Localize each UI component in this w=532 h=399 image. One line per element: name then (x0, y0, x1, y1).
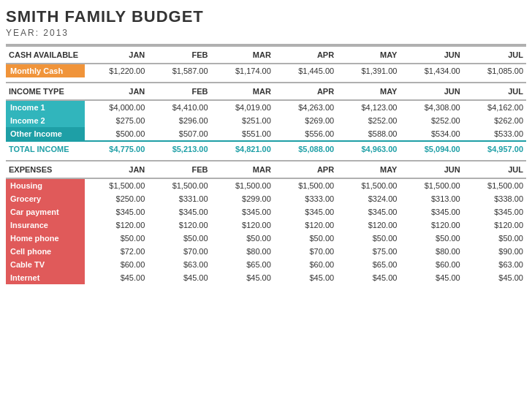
car-payment-row: Car payment $345.00 $345.00 $345.00 $345… (6, 205, 526, 218)
cash-available-table: CASH AVAILABLE JAN FEB MAR APR MAY JUN J… (6, 45, 526, 82)
income2-may: $252.00 (337, 114, 400, 127)
income-jul: JUL (463, 83, 526, 100)
cell-phone-jul: $90.00 (463, 245, 526, 258)
cable-tv-may: $65.00 (337, 258, 400, 271)
cell-phone-jan: $72.00 (85, 245, 148, 258)
insurance-jan: $120.00 (85, 218, 148, 232)
income1-jul: $4,162.00 (463, 100, 526, 114)
income2-apr: $269.00 (274, 114, 337, 127)
income-jun: JUN (400, 83, 463, 100)
grocery-label: Grocery (6, 192, 85, 205)
monthly-cash-jul: $1,085.00 (463, 64, 526, 77)
grocery-row: Grocery $250.00 $331.00 $299.00 $333.00 … (6, 192, 526, 205)
internet-feb: $45.00 (148, 271, 210, 284)
internet-may: $45.00 (337, 271, 400, 284)
cable-tv-label: Cable TV (6, 258, 85, 271)
insurance-may: $120.00 (337, 218, 400, 232)
cable-tv-mar: $65.00 (211, 258, 274, 271)
income-mar: MAR (211, 83, 274, 100)
grocery-jun: $313.00 (400, 192, 463, 205)
income2-jan: $275.00 (85, 114, 148, 127)
internet-jul: $45.00 (463, 271, 526, 284)
total-income-jul: $4,957.00 (463, 141, 526, 156)
car-payment-jan: $345.00 (85, 205, 148, 218)
income1-may: $4,123.00 (337, 100, 400, 114)
monthly-cash-mar: $1,174.00 (211, 64, 274, 77)
internet-jun: $45.00 (400, 271, 463, 284)
income-label: INCOME TYPE (6, 83, 85, 100)
other-income-jan: $500.00 (85, 127, 148, 141)
insurance-jun: $120.00 (400, 218, 463, 232)
home-phone-jun: $50.00 (400, 232, 463, 245)
cell-phone-may: $75.00 (337, 245, 400, 258)
monthly-cash-feb: $1,587.00 (148, 64, 210, 77)
car-payment-apr: $345.00 (274, 205, 337, 218)
insurance-mar: $120.00 (211, 218, 274, 232)
expenses-may: MAY (337, 161, 400, 178)
expenses-apr: APR (274, 161, 337, 178)
income-header-row: INCOME TYPE JAN FEB MAR APR MAY JUN JUL (6, 83, 526, 100)
expenses-feb: FEB (148, 161, 210, 178)
expenses-table: EXPENSES JAN FEB MAR APR MAY JUN JUL Hou… (6, 160, 526, 284)
insurance-label: Insurance (6, 218, 85, 232)
housing-jan: $1,500.00 (85, 178, 148, 192)
expenses-label: EXPENSES (6, 161, 85, 178)
cell-phone-label: Cell phone (6, 245, 85, 258)
housing-jul: $1,500.00 (463, 178, 526, 192)
cash-may: MAY (337, 46, 400, 64)
home-phone-apr: $50.00 (274, 232, 337, 245)
income1-jun: $4,308.00 (400, 100, 463, 114)
total-income-row: TOTAL INCOME $4,775.00 $5,213.00 $4,821.… (6, 141, 526, 156)
insurance-row: Insurance $120.00 $120.00 $120.00 $120.0… (6, 218, 526, 232)
home-phone-label: Home phone (6, 232, 85, 245)
total-income-may: $4,963.00 (337, 141, 400, 156)
expenses-jul: JUL (463, 161, 526, 178)
cable-tv-row: Cable TV $60.00 $63.00 $65.00 $60.00 $65… (6, 258, 526, 271)
cell-phone-apr: $70.00 (274, 245, 337, 258)
internet-row: Internet $45.00 $45.00 $45.00 $45.00 $45… (6, 271, 526, 284)
monthly-cash-row: Monthly Cash $1,220.00 $1,587.00 $1,174.… (6, 64, 526, 77)
cell-phone-jun: $80.00 (400, 245, 463, 258)
cable-tv-jun: $60.00 (400, 258, 463, 271)
total-income-apr: $5,088.00 (274, 141, 337, 156)
monthly-cash-jan: $1,220.00 (85, 64, 148, 77)
cash-header-row: CASH AVAILABLE JAN FEB MAR APR MAY JUN J… (6, 46, 526, 64)
income2-row: Income 2 $275.00 $296.00 $251.00 $269.00… (6, 114, 526, 127)
cash-label: CASH AVAILABLE (6, 46, 85, 64)
income1-feb: $4,410.00 (148, 100, 210, 114)
other-income-feb: $507.00 (148, 127, 210, 141)
cash-apr: APR (274, 46, 337, 64)
other-income-mar: $551.00 (211, 127, 274, 141)
other-income-apr: $556.00 (274, 127, 337, 141)
total-income-jun: $5,094.00 (400, 141, 463, 156)
internet-mar: $45.00 (211, 271, 274, 284)
cell-phone-mar: $80.00 (211, 245, 274, 258)
total-income-jan: $4,775.00 (85, 141, 148, 156)
cable-tv-feb: $63.00 (148, 258, 210, 271)
home-phone-mar: $50.00 (211, 232, 274, 245)
income-feb: FEB (148, 83, 210, 100)
car-payment-may: $345.00 (337, 205, 400, 218)
budget-title: SMITH FAMILY BUDGET (6, 7, 526, 26)
car-payment-label: Car payment (6, 205, 85, 218)
insurance-feb: $120.00 (148, 218, 210, 232)
other-income-jun: $534.00 (400, 127, 463, 141)
monthly-cash-apr: $1,445.00 (274, 64, 337, 77)
total-income-mar: $4,821.00 (211, 141, 274, 156)
cable-tv-apr: $60.00 (274, 258, 337, 271)
cash-mar: MAR (211, 46, 274, 64)
grocery-apr: $333.00 (274, 192, 337, 205)
insurance-jul: $120.00 (463, 218, 526, 232)
expenses-header-row: EXPENSES JAN FEB MAR APR MAY JUN JUL (6, 161, 526, 178)
expenses-jan: JAN (85, 161, 148, 178)
grocery-jan: $250.00 (85, 192, 148, 205)
expenses-mar: MAR (211, 161, 274, 178)
income2-feb: $296.00 (148, 114, 210, 127)
total-income-label: TOTAL INCOME (6, 141, 85, 156)
income1-label: Income 1 (6, 100, 85, 114)
income1-jan: $4,000.00 (85, 100, 148, 114)
income-table: INCOME TYPE JAN FEB MAR APR MAY JUN JUL … (6, 82, 526, 160)
income-jan: JAN (85, 83, 148, 100)
income1-row: Income 1 $4,000.00 $4,410.00 $4,019.00 $… (6, 100, 526, 114)
car-payment-jun: $345.00 (400, 205, 463, 218)
